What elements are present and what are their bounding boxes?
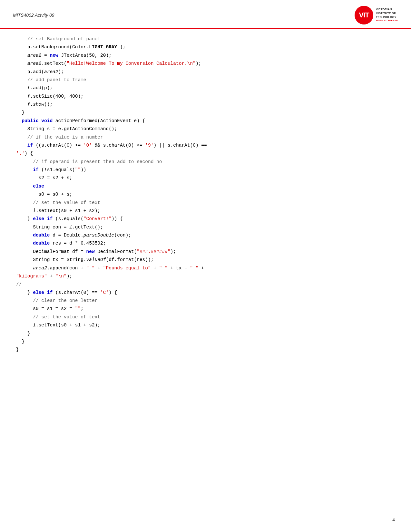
code-line-34: } else if (s.equals("Convert!")) { [16, 215, 395, 223]
code-line-32: l.setText(s0 + s1 + s2); [16, 207, 395, 215]
code-line-42: area2.append(con + " " + "Pounds equal t… [16, 264, 395, 272]
logo-line3: TECHNOLOGY [376, 15, 398, 19]
vit-logo-text: VIT [359, 11, 369, 19]
code-line-1: // set Background of panel [16, 35, 395, 43]
logo-line2: INSTITUTE OF [376, 12, 398, 15]
code-line-54: } [16, 338, 395, 346]
code-line-4: area2 = new JTextArea(50, 20); [16, 52, 395, 60]
code-line-45: // [16, 280, 395, 288]
code-line-20: if ((s.charAt(0) >= '0' && s.charAt(0) <… [16, 141, 395, 150]
code-line-13: f.show(); [16, 101, 395, 109]
code-line-5: area2.setText("Hello!Welcome To my Conve… [16, 60, 395, 68]
code-line-51: l.setText(s0 + s1 + s2); [16, 321, 395, 329]
page-number: 4 [392, 517, 395, 522]
code-line-37: double d = Double.parseDouble(con); [16, 231, 395, 239]
code-line-38: double res = d * 0.453592; [16, 239, 395, 247]
code-line-48: s0 = s1 = s2 = ""; [16, 305, 395, 313]
code-line-47: // clear the one letter [16, 297, 395, 305]
code-line-10: f.add(p); [16, 84, 395, 92]
code-line-17: String s = e.getActionCommand(); [16, 125, 395, 133]
code-line-50: // set the value of text [16, 313, 395, 321]
code-line-29: s0 = s0 + s; [16, 190, 395, 198]
code-line-9: // add panel to frame [16, 76, 395, 84]
code-block: // set Background of panel p.setBackgrou… [0, 32, 411, 367]
code-line-55: } [16, 346, 395, 354]
code-line-12: f.setSize(400, 400); [16, 92, 395, 101]
code-line-46: } else if (s.charAt(0) == 'C') { [16, 289, 395, 297]
code-line-7: p.add(area2); [16, 68, 395, 76]
code-line-52: } [16, 330, 395, 338]
code-line-39: DecimalFormat df = new DecimalFormat("##… [16, 248, 395, 256]
code-line-16: public void actionPerformed(ActionEvent … [16, 117, 395, 125]
code-line-14: } [16, 109, 395, 117]
logo-site: www.vit.edu.au [376, 19, 398, 22]
vit-logo-name: VICTORIAN INSTITUTE OF TECHNOLOGY www.vi… [376, 8, 398, 22]
code-line-24: if (!s1.equals("")) [16, 166, 395, 174]
logo-area: VIT VICTORIAN INSTITUTE OF TECHNOLOGY ww… [355, 6, 398, 24]
vit-logo-circle: VIT [355, 6, 373, 24]
code-line-2: p.setBackground(Color.LIGHT_GRAY ); [16, 43, 395, 51]
code-line-26: s2 = s2 + s; [16, 174, 395, 182]
code-line-23: // if operand is present then add to sec… [16, 158, 395, 166]
page-header: MITS4002 Actvity 09 VIT VICTORIAN INSTIT… [0, 0, 411, 29]
logo-line1: VICTORIAN [376, 8, 398, 12]
code-line-31: // set the value of text [16, 199, 395, 207]
code-line-36: String con = l.getText(); [16, 223, 395, 231]
code-line-21: '.') { [16, 150, 395, 158]
document-title: MITS4002 Actvity 09 [13, 13, 54, 18]
code-line-43: "kilograms" + "\n"); [16, 272, 395, 280]
code-line-28: else [16, 182, 395, 190]
code-line-19: // if the value is a number [16, 133, 395, 141]
code-line-41: String tx = String.valueOf(df.format(res… [16, 256, 395, 264]
